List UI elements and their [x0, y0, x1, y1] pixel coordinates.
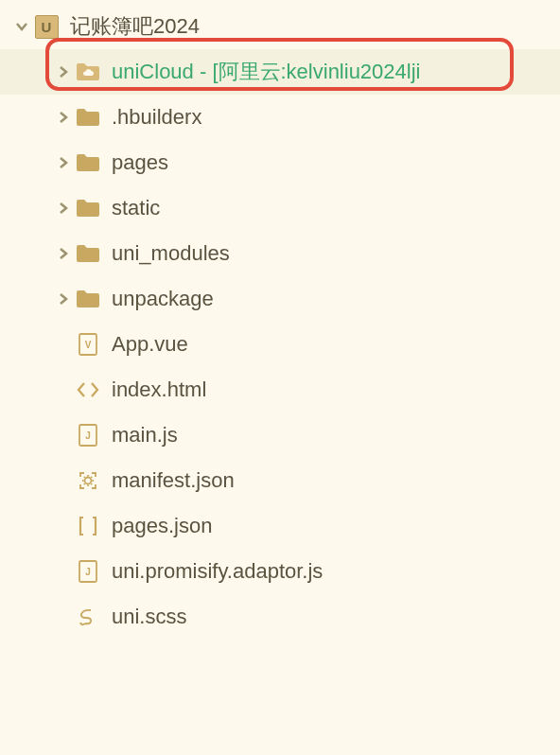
tree-item-label: uni_modules — [112, 241, 560, 266]
tree-item-label: App.vue — [112, 332, 560, 357]
chevron-down-icon — [11, 20, 32, 33]
js-file-icon: J — [74, 559, 102, 584]
tree-row[interactable]: pages.json — [0, 503, 560, 549]
folder-icon — [74, 289, 102, 309]
json-file-icon — [74, 515, 102, 537]
tree-row[interactable]: uni.scss — [0, 594, 560, 640]
vue-file-icon: V — [74, 332, 102, 357]
folder-icon — [74, 243, 102, 264]
tree-item-label: uniCloud - [阿里云:kelvinliu2024lji — [112, 58, 560, 86]
tree-row[interactable]: uniCloud - [阿里云:kelvinliu2024lji — [0, 49, 560, 95]
chevron-right-icon[interactable] — [53, 247, 74, 260]
tree-item-label: uni.promisify.adaptor.js — [112, 559, 560, 584]
chevron-right-icon[interactable] — [53, 202, 74, 215]
tree-row[interactable]: J uni.promisify.adaptor.js — [0, 549, 560, 594]
tree-item-label: index.html — [112, 378, 560, 402]
chevron-right-icon[interactable] — [53, 292, 74, 306]
project-name: 记账簿吧2024 — [70, 12, 560, 41]
tree-row[interactable]: V App.vue — [0, 322, 560, 367]
svg-text:J: J — [85, 567, 91, 577]
tree-item-label: manifest.json — [112, 468, 560, 493]
svg-text:V: V — [85, 340, 92, 350]
tree-row[interactable]: .hbuilderx — [0, 95, 560, 140]
chevron-right-icon[interactable] — [53, 111, 74, 124]
cloud-folder-icon — [74, 61, 102, 82]
tree-row[interactable]: uni_modules — [0, 231, 560, 276]
chevron-right-icon[interactable] — [53, 65, 74, 79]
svg-text:J: J — [85, 430, 91, 441]
project-icon: U — [32, 15, 61, 39]
folder-icon — [74, 152, 102, 173]
tree-row[interactable]: J main.js — [0, 413, 560, 458]
tree-row[interactable]: static — [0, 185, 560, 231]
tree-row[interactable]: unpackage — [0, 276, 560, 322]
svg-point-4 — [85, 478, 92, 484]
folder-icon — [74, 198, 102, 219]
tree-children: uniCloud - [阿里云:kelvinliu2024lji .hbuild… — [0, 49, 560, 640]
js-file-icon: J — [74, 423, 102, 448]
chevron-right-icon[interactable] — [53, 156, 74, 169]
tree-item-label: main.js — [112, 423, 560, 448]
tree-row-project[interactable]: U 记账簿吧2024 — [0, 4, 560, 49]
file-tree: U 记账簿吧2024 uniCloud - [阿里云:kelvinliu2024… — [0, 0, 560, 640]
tree-item-label: static — [112, 196, 560, 220]
tree-item-label: .hbuilderx — [112, 105, 560, 130]
tree-item-label: unpackage — [112, 287, 560, 311]
scss-file-icon — [74, 606, 102, 627]
tree-item-label: pages — [112, 150, 560, 175]
tree-row[interactable]: index.html — [0, 367, 560, 413]
tree-item-label: uni.scss — [112, 605, 560, 629]
tree-row[interactable]: manifest.json — [0, 458, 560, 503]
tree-row[interactable]: pages — [0, 140, 560, 185]
folder-icon — [74, 107, 102, 128]
html-file-icon — [74, 379, 102, 400]
config-file-icon — [74, 469, 102, 492]
tree-item-label: pages.json — [112, 514, 560, 538]
